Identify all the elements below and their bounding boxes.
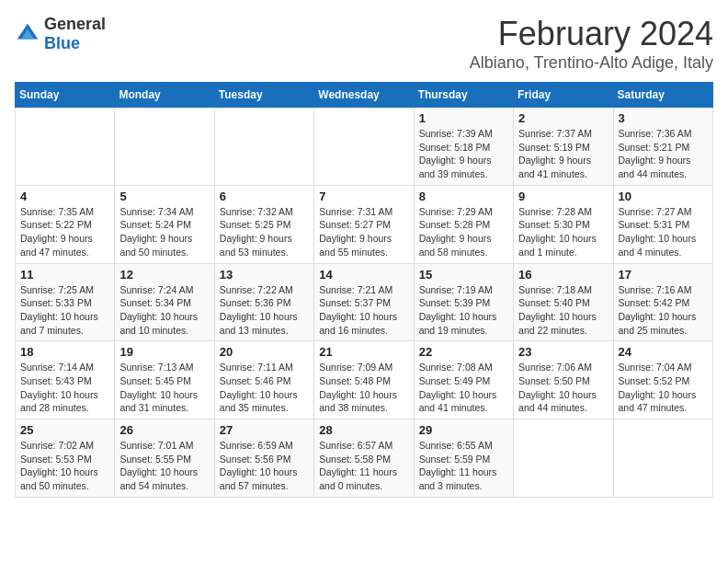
calendar-cell-w1-d0: 4Sunrise: 7:35 AMSunset: 5:22 PMDaylight… <box>16 185 115 263</box>
calendar-cell-w2-d4: 15Sunrise: 7:19 AMSunset: 5:39 PMDayligh… <box>414 263 513 341</box>
day-number: 16 <box>518 268 608 282</box>
day-info: Sunrise: 7:06 AMSunset: 5:50 PMDaylight:… <box>518 361 608 415</box>
calendar-cell-w1-d4: 8Sunrise: 7:29 AMSunset: 5:28 PMDaylight… <box>414 185 513 263</box>
day-info: Sunrise: 7:11 AMSunset: 5:46 PMDaylight:… <box>220 361 309 415</box>
calendar-cell-w3-d2: 20Sunrise: 7:11 AMSunset: 5:46 PMDayligh… <box>214 341 313 419</box>
col-header-tuesday: Tuesday <box>214 83 313 108</box>
day-number: 20 <box>220 345 309 359</box>
calendar-cell-w0-d5: 2Sunrise: 7:37 AMSunset: 5:19 PMDaylight… <box>514 108 613 186</box>
day-number: 11 <box>20 268 109 282</box>
day-number: 4 <box>20 190 109 203</box>
day-number: 5 <box>119 190 209 203</box>
day-info: Sunrise: 7:21 AMSunset: 5:37 PMDaylight:… <box>319 283 408 338</box>
logo: General Blue <box>15 15 106 53</box>
day-info: Sunrise: 7:02 AMSunset: 5:53 PMDaylight:… <box>20 439 109 493</box>
calendar-cell-w1-d5: 9Sunrise: 7:28 AMSunset: 5:30 PMDaylight… <box>514 185 613 263</box>
calendar-cell-w2-d1: 12Sunrise: 7:24 AMSunset: 5:34 PMDayligh… <box>115 263 214 341</box>
day-number: 6 <box>220 190 309 203</box>
calendar-table: SundayMondayTuesdayWednesdayThursdayFrid… <box>15 82 713 498</box>
day-info: Sunrise: 7:31 AMSunset: 5:27 PMDaylight:… <box>319 205 408 259</box>
calendar-cell-w1-d3: 7Sunrise: 7:31 AMSunset: 5:27 PMDaylight… <box>314 185 414 263</box>
calendar-cell-w0-d6: 3Sunrise: 7:36 AMSunset: 5:21 PMDaylight… <box>613 108 712 186</box>
calendar-cell-w2-d6: 17Sunrise: 7:16 AMSunset: 5:42 PMDayligh… <box>613 263 712 341</box>
logo-icon <box>15 21 40 47</box>
calendar-cell-w2-d3: 14Sunrise: 7:21 AMSunset: 5:37 PMDayligh… <box>314 263 414 341</box>
calendar-cell-w4-d6 <box>613 419 712 498</box>
calendar-cell-w3-d4: 22Sunrise: 7:08 AMSunset: 5:49 PMDayligh… <box>414 341 513 419</box>
calendar-cell-w4-d4: 29Sunrise: 6:55 AMSunset: 5:59 PMDayligh… <box>414 419 513 498</box>
calendar-cell-w3-d5: 23Sunrise: 7:06 AMSunset: 5:50 PMDayligh… <box>514 341 613 419</box>
day-info: Sunrise: 7:04 AMSunset: 5:52 PMDaylight:… <box>619 361 708 415</box>
day-number: 3 <box>619 111 708 125</box>
calendar-cell-w4-d5 <box>514 419 613 498</box>
subtitle: Albiano, Trentino-Alto Adige, Italy <box>470 53 713 73</box>
day-info: Sunrise: 7:24 AMSunset: 5:34 PMDaylight:… <box>119 283 209 338</box>
day-number: 25 <box>20 423 109 437</box>
calendar-cell-w1-d2: 6Sunrise: 7:32 AMSunset: 5:25 PMDaylight… <box>214 185 313 263</box>
day-info: Sunrise: 7:08 AMSunset: 5:49 PMDaylight:… <box>419 361 508 415</box>
day-info: Sunrise: 7:39 AMSunset: 5:18 PMDaylight:… <box>419 127 508 181</box>
day-info: Sunrise: 7:25 AMSunset: 5:33 PMDaylight:… <box>20 283 109 338</box>
day-number: 28 <box>319 423 408 437</box>
calendar-cell-w2-d0: 11Sunrise: 7:25 AMSunset: 5:33 PMDayligh… <box>16 263 115 341</box>
calendar-cell-w3-d1: 19Sunrise: 7:13 AMSunset: 5:45 PMDayligh… <box>115 341 214 419</box>
day-info: Sunrise: 7:01 AMSunset: 5:55 PMDaylight:… <box>119 439 209 493</box>
day-number: 29 <box>419 423 508 437</box>
day-number: 27 <box>220 423 309 437</box>
day-number: 15 <box>419 268 508 282</box>
col-header-sunday: Sunday <box>16 83 115 108</box>
day-number: 21 <box>319 345 408 359</box>
title-block: February 2024 Albiano, Trentino-Alto Adi… <box>470 15 713 73</box>
calendar-cell-w0-d4: 1Sunrise: 7:39 AMSunset: 5:18 PMDaylight… <box>414 108 513 186</box>
calendar-cell-w2-d2: 13Sunrise: 7:22 AMSunset: 5:36 PMDayligh… <box>214 263 313 341</box>
calendar-cell-w3-d6: 24Sunrise: 7:04 AMSunset: 5:52 PMDayligh… <box>613 341 712 419</box>
col-header-friday: Friday <box>514 83 613 108</box>
logo-blue: Blue <box>44 34 80 52</box>
day-info: Sunrise: 7:22 AMSunset: 5:36 PMDaylight:… <box>220 283 309 338</box>
day-info: Sunrise: 7:29 AMSunset: 5:28 PMDaylight:… <box>419 205 508 259</box>
calendar-cell-w4-d2: 27Sunrise: 6:59 AMSunset: 5:56 PMDayligh… <box>214 419 313 498</box>
day-number: 9 <box>518 190 608 203</box>
col-header-thursday: Thursday <box>414 83 513 108</box>
col-header-wednesday: Wednesday <box>314 83 414 108</box>
day-number: 2 <box>518 111 608 125</box>
col-header-saturday: Saturday <box>613 83 712 108</box>
day-info: Sunrise: 7:27 AMSunset: 5:31 PMDaylight:… <box>619 205 708 259</box>
day-info: Sunrise: 7:16 AMSunset: 5:42 PMDaylight:… <box>619 283 708 338</box>
day-info: Sunrise: 7:28 AMSunset: 5:30 PMDaylight:… <box>518 205 608 259</box>
day-number: 23 <box>518 345 608 359</box>
calendar-cell-w4-d0: 25Sunrise: 7:02 AMSunset: 5:53 PMDayligh… <box>16 419 115 498</box>
day-number: 22 <box>419 345 508 359</box>
day-number: 7 <box>319 190 408 203</box>
calendar-cell-w0-d0 <box>16 108 115 186</box>
calendar-cell-w1-d1: 5Sunrise: 7:34 AMSunset: 5:24 PMDaylight… <box>115 185 214 263</box>
day-info: Sunrise: 7:19 AMSunset: 5:39 PMDaylight:… <box>419 283 508 338</box>
day-number: 14 <box>319 268 408 282</box>
day-number: 1 <box>419 111 508 125</box>
calendar-cell-w4-d3: 28Sunrise: 6:57 AMSunset: 5:58 PMDayligh… <box>314 419 414 498</box>
day-info: Sunrise: 7:14 AMSunset: 5:43 PMDaylight:… <box>20 361 109 415</box>
col-header-monday: Monday <box>115 83 214 108</box>
calendar-cell-w4-d1: 26Sunrise: 7:01 AMSunset: 5:55 PMDayligh… <box>115 419 214 498</box>
calendar-cell-w0-d3 <box>314 108 414 186</box>
day-number: 24 <box>619 345 708 359</box>
day-number: 13 <box>220 268 309 282</box>
calendar-cell-w0-d2 <box>214 108 313 186</box>
day-number: 12 <box>119 268 209 282</box>
day-number: 26 <box>119 423 209 437</box>
calendar-cell-w3-d3: 21Sunrise: 7:09 AMSunset: 5:48 PMDayligh… <box>314 341 414 419</box>
day-number: 10 <box>619 190 708 203</box>
day-number: 8 <box>419 190 508 203</box>
day-info: Sunrise: 7:13 AMSunset: 5:45 PMDaylight:… <box>119 361 209 415</box>
calendar-cell-w0-d1 <box>115 108 214 186</box>
day-info: Sunrise: 7:09 AMSunset: 5:48 PMDaylight:… <box>319 361 408 415</box>
day-info: Sunrise: 7:35 AMSunset: 5:22 PMDaylight:… <box>20 205 109 259</box>
day-info: Sunrise: 7:18 AMSunset: 5:40 PMDaylight:… <box>518 283 608 338</box>
day-info: Sunrise: 7:32 AMSunset: 5:25 PMDaylight:… <box>220 205 309 259</box>
calendar-cell-w1-d6: 10Sunrise: 7:27 AMSunset: 5:31 PMDayligh… <box>613 185 712 263</box>
day-info: Sunrise: 7:36 AMSunset: 5:21 PMDaylight:… <box>619 127 708 181</box>
calendar-cell-w2-d5: 16Sunrise: 7:18 AMSunset: 5:40 PMDayligh… <box>514 263 613 341</box>
main-title: February 2024 <box>470 15 713 53</box>
day-number: 18 <box>20 345 109 359</box>
day-info: Sunrise: 6:55 AMSunset: 5:59 PMDaylight:… <box>419 439 508 493</box>
